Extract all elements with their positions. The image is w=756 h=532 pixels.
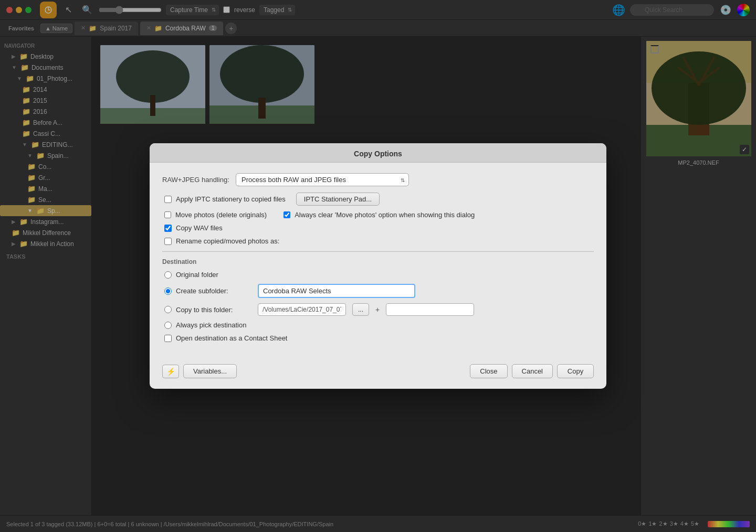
footer-left: ⚡ Variables... <box>162 364 237 378</box>
lightning-button[interactable]: ⚡ <box>162 365 179 378</box>
plus-icon: + <box>375 305 380 314</box>
create-subfolder-row: Create subfolder: <box>162 284 594 298</box>
copy-wav-row: Copy WAV files <box>162 224 594 232</box>
folder-suffix-input[interactable] <box>386 303 474 316</box>
rename-photos-checkbox[interactable] <box>164 238 172 245</box>
move-photos-row: Move photos (delete originals) Always cl… <box>162 211 594 219</box>
move-photos-label: Move photos (delete originals) <box>175 211 267 219</box>
copy-to-folder-label: Copy to this folder: <box>176 306 249 314</box>
original-folder-radio[interactable] <box>164 271 172 279</box>
modal-footer: ⚡ Variables... Close Cancel Copy <box>150 358 606 389</box>
subfolder-input[interactable] <box>258 284 415 298</box>
raw-jpeg-select[interactable]: Process both RAW and JPEG files <box>236 173 409 186</box>
original-folder-row: Original folder <box>162 271 594 279</box>
always-clear-group: Always clear 'Move photos' option when s… <box>284 211 475 219</box>
always-clear-label: Always clear 'Move photos' option when s… <box>295 211 475 219</box>
open-contact-row: Open destination as a Contact Sheet <box>162 334 594 342</box>
copy-wav-checkbox[interactable] <box>164 225 172 232</box>
move-photos-group: Move photos (delete originals) <box>164 211 267 219</box>
section-divider <box>162 251 594 252</box>
open-contact-checkbox[interactable] <box>164 335 172 342</box>
open-contact-label: Open destination as a Contact Sheet <box>176 334 287 342</box>
apply-iptc-label: Apply IPTC stationery to copied files <box>176 195 286 203</box>
rename-row: Rename copied/moved photos as: <box>162 237 594 245</box>
raw-jpeg-row: RAW+JPEG handling: Process both RAW and … <box>162 173 594 186</box>
modal-title-bar: Copy Options <box>150 143 606 163</box>
close-button[interactable]: Close <box>470 364 507 378</box>
create-subfolder-label: Create subfolder: <box>176 287 249 295</box>
raw-jpeg-label: RAW+JPEG handling: <box>162 176 236 184</box>
original-folder-label: Original folder <box>176 271 218 279</box>
copy-to-folder-radio[interactable] <box>164 306 172 313</box>
move-photos-checkbox[interactable] <box>164 211 171 218</box>
cancel-button[interactable]: Cancel <box>512 364 553 378</box>
modal-title: Copy Options <box>354 150 402 158</box>
rename-photos-label: Rename copied/moved photos as: <box>176 237 279 245</box>
modal-body: RAW+JPEG handling: Process both RAW and … <box>150 163 606 358</box>
always-pick-radio[interactable] <box>164 322 172 329</box>
raw-jpeg-select-wrap[interactable]: Process both RAW and JPEG files ⇅ <box>236 173 409 186</box>
apply-iptc-checkbox[interactable] <box>164 196 172 203</box>
footer-right: Close Cancel Copy <box>470 364 594 378</box>
always-pick-row: Always pick destination <box>162 321 594 329</box>
destination-section-label: Destination <box>162 258 594 265</box>
always-pick-label: Always pick destination <box>176 321 246 329</box>
browse-button[interactable]: ... <box>352 303 369 316</box>
copy-button[interactable]: Copy <box>557 364 594 378</box>
copy-options-modal: Copy Options RAW+JPEG handling: Process … <box>150 143 606 389</box>
modal-overlay: Copy Options RAW+JPEG handling: Process … <box>0 0 756 532</box>
create-subfolder-radio[interactable] <box>164 288 172 295</box>
apply-iptc-row: Apply IPTC stationery to copied files IP… <box>162 193 594 206</box>
always-clear-checkbox[interactable] <box>284 211 290 218</box>
variables-button[interactable]: Variables... <box>183 364 237 378</box>
copy-wav-label: Copy WAV files <box>176 224 223 232</box>
iptc-stationery-button[interactable]: IPTC Stationery Pad... <box>296 193 380 206</box>
copy-to-folder-row: Copy to this folder: ... + <box>162 303 594 316</box>
folder-path-input[interactable] <box>258 303 346 316</box>
